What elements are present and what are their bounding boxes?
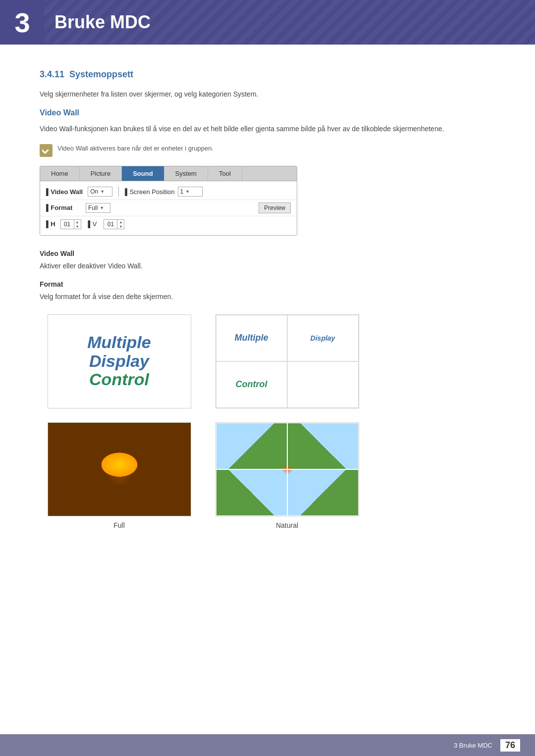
tab-sound[interactable]: Sound bbox=[122, 166, 164, 181]
mdc-line1: Multiple bbox=[87, 333, 151, 352]
split-cell-2: Display bbox=[287, 315, 359, 361]
screen-position-arrow: ▼ bbox=[185, 189, 190, 194]
caption-full: Full bbox=[113, 521, 125, 529]
v-label: ▌V bbox=[88, 220, 97, 228]
h-label: ▌H bbox=[46, 220, 55, 228]
format-value: Full bbox=[88, 204, 98, 211]
page-title: Bruke MDC bbox=[54, 12, 151, 33]
desc-format-text: Velg formatet for å vise den delte skjer… bbox=[40, 291, 495, 302]
separator1 bbox=[118, 187, 119, 197]
chapter-number: 3 bbox=[0, 0, 45, 45]
hv-row: ▌H 01 ▲ ▼ ▌V 01 ▲ ▼ bbox=[40, 216, 297, 232]
tab-system[interactable]: System bbox=[164, 166, 208, 181]
h-spinner[interactable]: 01 ▲ ▼ bbox=[60, 219, 81, 229]
format-row-label: ▌Format bbox=[46, 204, 81, 211]
image-box-flower-natural bbox=[215, 422, 359, 516]
note-text: Video Wall aktiveres bare når det er enh… bbox=[57, 144, 214, 153]
image-box-full-logo: Multiple Display Control bbox=[48, 314, 191, 408]
flower-full-image bbox=[48, 423, 191, 516]
ui-panel-tabs: Home Picture Sound System Tool bbox=[40, 166, 297, 181]
image-box-flower-full bbox=[48, 422, 191, 516]
flower-natural-image bbox=[216, 423, 359, 516]
image-cell-natural-logo: Multiple Display Control bbox=[208, 314, 367, 413]
image-grid: Multiple Display Control Multiple Displa… bbox=[40, 314, 367, 529]
image-cell-full-logo: Multiple Display Control bbox=[40, 314, 199, 413]
flower-split-2 bbox=[287, 423, 359, 469]
main-content: 3.4.11 Systemoppsett Velg skjermenheter … bbox=[0, 45, 535, 569]
note-icon bbox=[40, 144, 53, 157]
mdc-logo-full: Multiple Display Control bbox=[48, 315, 191, 408]
videowall-value: On bbox=[90, 188, 98, 195]
h-up-arrow[interactable]: ▲ bbox=[74, 220, 81, 224]
pencil-icon bbox=[42, 147, 50, 154]
videowall-arrow: ▼ bbox=[100, 189, 105, 194]
format-arrow: ▼ bbox=[100, 205, 104, 210]
footer-text: 3 Bruke MDC bbox=[454, 742, 492, 749]
svg-rect-1 bbox=[42, 149, 46, 153]
screen-position-select[interactable]: 1 ▼ bbox=[178, 187, 203, 197]
tab-tool[interactable]: Tool bbox=[208, 166, 242, 181]
flower-split-4 bbox=[287, 469, 359, 516]
videowall-row: ▌Video Wall On ▼ ▌Screen Position 1 ▼ bbox=[40, 184, 297, 200]
split-cell-3: Control bbox=[216, 361, 287, 408]
screen-position-label: ▌Screen Position bbox=[125, 188, 174, 196]
note-box: Video Wall aktiveres bare når det er enh… bbox=[40, 144, 495, 157]
videowall-select[interactable]: On ▼ bbox=[88, 187, 112, 197]
tab-picture[interactable]: Picture bbox=[80, 166, 122, 181]
split-cell-4 bbox=[287, 361, 359, 408]
h-spinner-arrows[interactable]: ▲ ▼ bbox=[74, 220, 81, 229]
desc-videowall-label: Video Wall bbox=[40, 250, 495, 257]
intro-text: Velg skjermenheter fra listen over skjer… bbox=[40, 89, 495, 100]
tab-home[interactable]: Home bbox=[40, 166, 80, 181]
flower-split-1 bbox=[216, 423, 287, 469]
v-down-arrow[interactable]: ▼ bbox=[117, 224, 124, 229]
v-up-arrow[interactable]: ▲ bbox=[117, 220, 124, 224]
image-cell-flower-natural: Natural bbox=[208, 422, 367, 529]
format-select[interactable]: Full ▼ bbox=[86, 203, 110, 213]
screen-position-value: 1 bbox=[180, 188, 184, 195]
desc-videowall-text: Aktiver eller deaktiver Video Wall. bbox=[40, 260, 495, 271]
v-spinner-arrows[interactable]: ▲ ▼ bbox=[117, 220, 124, 229]
footer: 3 Bruke MDC 76 bbox=[0, 734, 535, 756]
ui-panel: Home Picture Sound System Tool ▌Video Wa… bbox=[40, 166, 297, 236]
footer-page: 76 bbox=[500, 739, 520, 752]
subsection-videowall-heading: Video Wall bbox=[40, 108, 495, 117]
desc-format-label: Format bbox=[40, 280, 495, 288]
section-heading: 3.4.11 Systemoppsett bbox=[40, 69, 495, 80]
videowall-description: Video Wall-funksjonen kan brukes til å v… bbox=[40, 123, 495, 134]
mdc-logo-natural: Multiple Display Control bbox=[216, 315, 359, 408]
preview-button[interactable]: Preview bbox=[259, 202, 291, 213]
h-down-arrow[interactable]: ▼ bbox=[74, 224, 81, 229]
split-cell-1: Multiple bbox=[216, 315, 287, 361]
image-cell-flower-full: Full bbox=[40, 422, 199, 529]
image-box-natural-logo: Multiple Display Control bbox=[215, 314, 359, 408]
h-value: 01 bbox=[61, 220, 74, 229]
v-spinner[interactable]: 01 ▲ ▼ bbox=[104, 219, 124, 229]
format-row: ▌Format Full ▼ Preview bbox=[40, 200, 297, 216]
mdc-line2: Display bbox=[89, 352, 149, 370]
caption-natural: Natural bbox=[276, 521, 298, 529]
videowall-row-label: ▌Video Wall bbox=[46, 188, 83, 196]
mdc-line3: Control bbox=[89, 370, 149, 389]
ui-panel-body: ▌Video Wall On ▼ ▌Screen Position 1 ▼ ▌F… bbox=[40, 181, 297, 235]
v-value: 01 bbox=[104, 220, 117, 229]
header-banner: 3 Bruke MDC bbox=[0, 0, 535, 45]
flower-split-3 bbox=[216, 469, 287, 516]
